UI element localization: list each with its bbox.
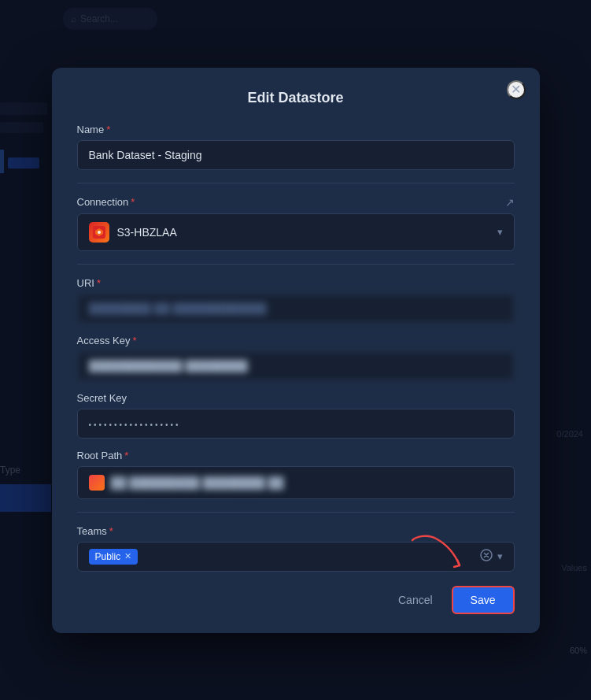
close-button[interactable]: ✕ (507, 80, 526, 99)
name-required-star: * (106, 124, 110, 135)
connection-service-icon (89, 222, 109, 243)
uri-field-group: URI * (77, 277, 515, 324)
teams-tag-public: Public ✕ (89, 549, 139, 565)
connection-value: S3-HBZLAA (117, 226, 489, 239)
edit-datastore-modal: ✕ Edit Datastore Name * Connection * ↗ (52, 68, 540, 633)
root-path-value: ██ █████████ ████████ ██ (111, 476, 284, 489)
access-key-required-star: * (132, 335, 136, 346)
circle-x-icon (480, 549, 493, 561)
uri-required-star: * (97, 277, 101, 289)
modal-title: Edit Datastore (77, 90, 515, 106)
teams-required-star: * (109, 525, 113, 537)
modal-container: ✕ Edit Datastore Name * Connection * ↗ (52, 68, 540, 633)
separator-2 (77, 264, 515, 265)
root-path-label: Root Path * (77, 450, 515, 461)
connection-required-star: * (131, 196, 135, 208)
name-field-group: Name * (77, 124, 515, 170)
connection-label-row: Connection * ↗ (77, 196, 515, 209)
secret-key-display: •••••••••••••••••• (77, 409, 515, 439)
secret-key-field-group: Secret Key •••••••••••••••••• (77, 392, 515, 439)
cancel-button[interactable]: Cancel (389, 587, 442, 613)
access-key-field-group: Access Key * (77, 335, 515, 381)
teams-field-group: Teams * Public ✕ ▾ (77, 525, 515, 572)
teams-input-container[interactable]: Public ✕ ▾ (77, 542, 515, 572)
teams-label: Teams * (77, 525, 515, 537)
teams-clear-icon[interactable] (480, 549, 493, 564)
save-button[interactable]: Save (452, 586, 515, 614)
connection-dropdown-arrow: ▾ (497, 226, 503, 238)
secret-key-label: Secret Key (77, 392, 515, 404)
name-label: Name * (77, 124, 515, 135)
root-path-input-container[interactable]: ██ █████████ ████████ ██ (77, 466, 515, 499)
separator-3 (77, 512, 515, 513)
connection-field-group: Connection * ↗ S3-HBZLAA ▾ (77, 196, 515, 251)
separator-1 (77, 183, 515, 183)
svg-point-1 (98, 231, 101, 234)
s3-icon (93, 226, 105, 239)
root-path-field-group: Root Path * ██ █████████ ████████ ██ (77, 450, 515, 499)
access-key-input[interactable] (77, 351, 515, 381)
uri-label: URI * (77, 277, 515, 289)
connection-select[interactable]: S3-HBZLAA ▾ (77, 213, 515, 251)
root-path-icon (89, 475, 105, 491)
access-key-label: Access Key * (77, 335, 515, 346)
uri-input[interactable] (77, 294, 515, 324)
connection-label: Connection * (77, 196, 135, 208)
root-path-required-star: * (124, 450, 128, 461)
secret-key-dots: •••••••••••••••••• (89, 420, 181, 429)
modal-footer: Cancel Save (77, 586, 515, 614)
teams-dropdown-arrow[interactable]: ▾ (497, 550, 503, 562)
name-input[interactable] (77, 140, 515, 170)
tag-remove-button[interactable]: ✕ (124, 551, 131, 561)
external-link-icon[interactable]: ↗ (505, 196, 515, 209)
